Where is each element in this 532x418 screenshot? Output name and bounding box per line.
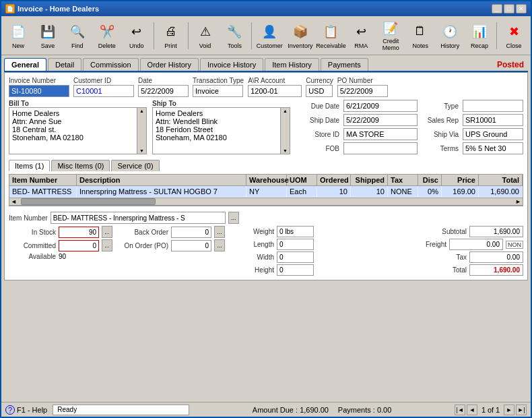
undo-label: Undo <box>129 42 144 49</box>
customer-id-input[interactable] <box>73 85 134 97</box>
nav-prev-button[interactable]: ◄ <box>467 405 477 415</box>
notes-button[interactable]: 🗒 Notes <box>406 18 434 53</box>
invoice-number-input[interactable] <box>9 85 69 97</box>
subtotal-label: Subtotal <box>426 228 467 235</box>
void-label: Void <box>199 42 211 49</box>
horizontal-scrollbar[interactable]: ◄ ► <box>9 198 523 206</box>
ar-account-input[interactable] <box>248 85 302 97</box>
weight-input[interactable] <box>277 226 314 237</box>
tab-items[interactable]: Items (1) <box>9 160 50 171</box>
committed-input[interactable] <box>59 240 99 251</box>
type-input[interactable] <box>463 100 523 112</box>
bill-to-scrollbar[interactable]: ▲ ▼ <box>137 108 146 154</box>
undo-button[interactable]: ↩ Undo <box>123 18 151 53</box>
recap-button[interactable]: 📊 Recap <box>465 18 494 53</box>
fob-input[interactable] <box>343 142 418 154</box>
form-row-1: Invoice Number Customer ID Date Transact… <box>9 77 523 97</box>
total-value[interactable] <box>469 264 523 276</box>
void-button[interactable]: ⚠ Void <box>191 18 220 53</box>
date-input[interactable] <box>138 85 189 97</box>
print-button[interactable]: 🖨 Print <box>157 18 185 53</box>
terms-label: Terms <box>422 145 459 152</box>
find-button[interactable]: 🔍 Find <box>63 18 92 53</box>
committed-dots[interactable]: ... <box>102 239 112 251</box>
nav-first-button[interactable]: |◄ <box>455 405 465 415</box>
tab-payments[interactable]: Payments <box>321 58 368 71</box>
save-button[interactable]: 💾 Save <box>34 18 62 53</box>
title-controls[interactable]: _ □ ✕ <box>492 4 527 13</box>
close-button[interactable]: ✖ Close <box>500 18 528 53</box>
credit-memo-label: Credit Memo <box>378 38 403 51</box>
in-stock-input[interactable] <box>59 227 99 238</box>
tax-value[interactable] <box>469 251 523 263</box>
transaction-type-input[interactable] <box>193 85 243 97</box>
back-order-dots[interactable]: ... <box>214 226 225 238</box>
scroll-thumb[interactable] <box>21 198 156 205</box>
receivable-button[interactable]: 📋 Receivable <box>316 18 345 53</box>
rma-label: RMA <box>354 42 368 49</box>
tools-label: Tools <box>228 42 242 49</box>
tab-order-history[interactable]: Order History <box>140 58 199 71</box>
store-id-input[interactable] <box>343 128 418 140</box>
tab-detail[interactable]: Detail <box>48 58 81 71</box>
in-stock-row: In Stock ... <box>9 226 112 238</box>
nav-next-button[interactable]: ► <box>504 405 514 415</box>
inventory-button[interactable]: 📦 Inventory <box>286 18 314 53</box>
store-id-row: Store ID Ship Via <box>296 128 523 140</box>
scroll-right-button[interactable]: ► <box>514 198 523 205</box>
delete-button[interactable]: ✂️ Delete <box>93 18 121 53</box>
item-dots-button[interactable]: ... <box>228 212 239 224</box>
scroll-up-arrow-2[interactable]: ▲ <box>283 109 288 113</box>
height-input[interactable] <box>277 264 314 276</box>
sales-rep-input[interactable] <box>463 114 523 126</box>
header-price: Price <box>442 175 479 185</box>
tab-item-history[interactable]: Item History <box>265 58 319 71</box>
currency-input[interactable] <box>306 85 333 97</box>
scroll-left-button[interactable]: ◄ <box>9 198 18 205</box>
scroll-up-arrow[interactable]: ▲ <box>139 109 144 113</box>
tab-service[interactable]: Service (0) <box>111 160 159 171</box>
close-label: Close <box>506 42 521 49</box>
freight-value[interactable] <box>449 239 503 250</box>
maximize-button[interactable]: □ <box>504 4 514 13</box>
history-button[interactable]: 🕐 History <box>436 18 464 53</box>
po-number-input[interactable] <box>337 85 388 97</box>
ship-date-input[interactable] <box>343 114 418 126</box>
subtotal-value[interactable] <box>469 226 523 237</box>
minimize-button[interactable]: _ <box>492 4 502 13</box>
right-fields: Due Date Type Ship Date Sales Rep Store … <box>296 100 523 154</box>
ship-via-input[interactable] <box>463 128 523 140</box>
bottom-item-input[interactable] <box>51 212 226 224</box>
on-order-dots[interactable]: ... <box>214 239 225 251</box>
ship-date-label: Ship Date <box>296 117 339 124</box>
back-order-input[interactable] <box>171 227 211 238</box>
close-window-button[interactable]: ✕ <box>516 4 527 13</box>
main-window: 📄 Invoice - Home Dealers _ □ ✕ 📄 New 💾 S… <box>0 0 532 418</box>
table-row[interactable]: BED- MATTRESS Innerspring Mattress - SUL… <box>9 186 523 198</box>
tools-button[interactable]: 🔧 Tools <box>220 18 248 53</box>
credit-memo-button[interactable]: 📝 Credit Memo <box>376 18 405 53</box>
tab-misc-items[interactable]: Misc Items (0) <box>51 160 110 171</box>
due-date-input[interactable] <box>343 100 418 112</box>
tab-general[interactable]: General <box>4 58 46 71</box>
nav-last-button[interactable]: ►| <box>516 405 527 415</box>
terms-input[interactable] <box>463 142 523 154</box>
in-stock-dots[interactable]: ... <box>102 226 112 238</box>
cell-total: 1,690.00 <box>479 186 523 197</box>
ship-to-scrollbar[interactable]: ▲ ▼ <box>280 108 290 154</box>
cell-disc: 0% <box>418 186 442 197</box>
rma-button[interactable]: ↩ RMA <box>347 18 375 53</box>
on-order-input[interactable] <box>171 240 211 251</box>
toolbar-separator-4 <box>496 22 497 49</box>
tab-commission[interactable]: Commission <box>83 58 139 71</box>
scroll-down-arrow-2[interactable]: ▼ <box>283 148 288 153</box>
bill-to-label: Bill To <box>9 100 147 107</box>
tab-invoice-history[interactable]: Invoice History <box>200 58 263 71</box>
window-title: Invoice - Home Dealers <box>18 5 99 13</box>
scroll-down-arrow[interactable]: ▼ <box>139 148 144 153</box>
find-icon: 🔍 <box>68 22 87 41</box>
width-input[interactable] <box>277 251 314 263</box>
length-input[interactable] <box>277 239 314 250</box>
customer-button[interactable]: 👤 Customer <box>255 18 284 53</box>
new-button[interactable]: 📄 New <box>4 18 32 53</box>
